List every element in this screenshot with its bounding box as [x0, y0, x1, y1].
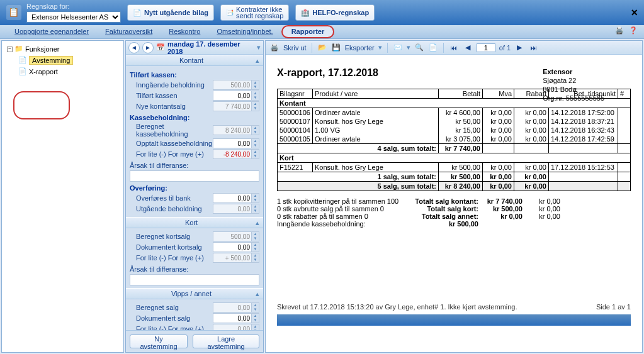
save-icon[interactable]: 💾	[331, 43, 341, 53]
new-outgoing-button[interactable]: 📄 Nytt utgående bilag	[127, 4, 214, 21]
tree-xrapport[interactable]: 📄 X-rapport	[4, 66, 121, 77]
table-row: 500001041.00 VGkr 15,00kr 0,00kr 0,0014.…	[278, 126, 631, 135]
company-select[interactable]: Extensor Helsesenter AS	[26, 11, 121, 23]
arsak-input[interactable]	[130, 170, 259, 182]
kort-ber-label: Beregnet kortsalg	[130, 233, 213, 240]
utg-label: Utgående beholdning	[130, 205, 213, 213]
page-input[interactable]	[477, 43, 495, 52]
section-vipps-header[interactable]: Vipps / annet▴	[126, 288, 263, 299]
table-row: F15221Konsult. hos Gry Legekr 500,00kr 0…	[278, 163, 631, 172]
tab-faktura[interactable]: Fakturaoversikt	[97, 25, 161, 38]
bank-label: Overføres til bank	[130, 194, 213, 202]
spinner[interactable]: ▲▼	[252, 242, 259, 252]
diff-input[interactable]	[213, 149, 252, 159]
spinner[interactable]: ▲▼	[252, 101, 259, 111]
sidebar: − 📁 Funksjoner 📄 Avstemming 📄 X-rapport	[1, 40, 124, 353]
spinner[interactable]: ▲▼	[252, 313, 259, 323]
spinner[interactable]: ▲▼	[252, 204, 259, 214]
mail-icon[interactable]: ✉️	[393, 43, 403, 53]
close-icon[interactable]: ×	[631, 6, 638, 19]
kort-arsak-input[interactable]	[130, 274, 259, 285]
utg-input[interactable]	[213, 204, 252, 214]
report-toolbar: 🖨️Skriv ut 📂 💾Eksporter▾ ✉️▾ 🔍 📄 ⏮ ◀ of …	[266, 41, 642, 55]
app-logo-icon	[6, 5, 21, 20]
tilf-input[interactable]	[213, 91, 252, 101]
totals-row: 0 stk avbrutte salg på til sammen 0Total…	[277, 205, 631, 213]
spinner[interactable]: ▲▼	[252, 125, 259, 135]
totals-row: Inngående kassebeholdning:kr 500,00	[277, 220, 631, 228]
first-page-icon[interactable]: ⏮	[449, 43, 459, 53]
ber-label: Beregnet kassebeholdning	[130, 123, 213, 138]
next-date-button[interactable]: ►	[142, 42, 154, 53]
print-icon[interactable]: 🖨️	[615, 26, 625, 36]
settlement-panel: ◄ ► 📅 mandag 17. desember 2018 ▾ Kontant…	[125, 40, 264, 353]
overf-label: Overføring:	[130, 184, 259, 192]
kasse-label: Kassebeholdning:	[130, 114, 259, 121]
report-table: Bilagsnr Produkt / vare Betalt Mva Rabat…	[277, 89, 631, 191]
spinner[interactable]: ▲▼	[252, 302, 259, 313]
spinner[interactable]: ▲▼	[252, 80, 259, 90]
opp-input[interactable]	[213, 138, 252, 148]
section-kort-header[interactable]: Kort▴	[126, 217, 263, 228]
spinner[interactable]: ▲▼	[252, 138, 259, 148]
prev-date-button[interactable]: ◄	[128, 42, 140, 53]
spinner[interactable]: ▲▼	[252, 231, 259, 241]
spinner[interactable]: ▲▼	[252, 193, 259, 203]
last-page-icon[interactable]: ⏭	[528, 43, 538, 53]
vipps-diff-input[interactable]	[213, 324, 252, 330]
tree-avstemming[interactable]: 📄 Avstemming	[4, 55, 121, 66]
inng-input[interactable]	[213, 80, 252, 90]
tab-omsetning[interactable]: Omsetning/innbet.	[208, 25, 281, 38]
next-page-icon[interactable]: ▶	[514, 43, 524, 53]
tab-uoppgjorte[interactable]: Uoppgjorte egenandeler	[6, 25, 97, 38]
spinner[interactable]: ▲▼	[252, 253, 259, 263]
kort-diff-input[interactable]	[213, 253, 252, 263]
nye-input[interactable]	[213, 101, 252, 111]
contracts-button[interactable]: 📑 Kontrakter ikke sendt regnskap	[220, 4, 289, 21]
print-icon[interactable]: 🖨️	[269, 43, 280, 53]
arsak-label: Årsak til differanse:	[130, 162, 259, 169]
date-text: mandag 17. desember 2018	[167, 40, 254, 55]
company-block: Extensor Sjøgata 22 8001 Bodø Org.nr. 55…	[543, 67, 604, 102]
nye-label: Nye kontantsalg	[130, 102, 213, 110]
helfo-button[interactable]: 🏥 HELFO-regnskap	[295, 4, 375, 21]
kort-dok-input[interactable]	[213, 242, 252, 252]
page-icon[interactable]: 📄	[428, 43, 438, 53]
kort-dok-label: Dokumentert kortsalg	[130, 243, 213, 251]
dropdown-icon[interactable]: ▾	[257, 43, 261, 52]
vipps-ber-input[interactable]	[213, 302, 252, 313]
expand-icon[interactable]: −	[7, 47, 13, 52]
titlebar: Regnskap for: Extensor Helsesenter AS 📄 …	[0, 0, 644, 25]
tab-rapporter[interactable]: Rapporter	[281, 25, 335, 38]
title-label: Regnskap for:	[26, 3, 121, 10]
section-kontant-header[interactable]: Kontant▴	[126, 55, 263, 66]
chevron-up-icon: ▴	[256, 290, 259, 298]
calendar-icon[interactable]: 📅	[156, 43, 165, 52]
folder-icon: 📁	[14, 45, 23, 53]
vipps-diff-label: For lite (-) For mye (+)	[130, 325, 213, 330]
tree-root[interactable]: − 📁 Funksjoner	[4, 43, 121, 55]
kort-ber-input[interactable]	[213, 231, 252, 241]
open-icon[interactable]: 📂	[317, 43, 327, 53]
tab-reskontro[interactable]: Reskontro	[161, 25, 208, 38]
vipps-ber-label: Beregnet salg	[130, 304, 213, 311]
totals-row: 1 stk kopikvitteringer på til sammen 100…	[277, 197, 631, 205]
spinner[interactable]: ▲▼	[252, 324, 259, 330]
totals-block: 1 stk kopikvitteringer på til sammen 100…	[277, 197, 631, 228]
bank-input[interactable]	[213, 193, 252, 203]
lagre-avstemming-button[interactable]: Lagre avstemming	[193, 335, 259, 348]
ber-input[interactable]	[213, 125, 252, 135]
diff-label: For lite (-) For mye (+)	[130, 150, 213, 158]
table-row: 50000106Ordinær avtalekr 4 600,00kr 0,00…	[278, 108, 631, 118]
date-bar: ◄ ► 📅 mandag 17. desember 2018 ▾	[126, 41, 263, 55]
spinner[interactable]: ▲▼	[252, 149, 259, 159]
help-icon[interactable]: ❓	[629, 26, 639, 36]
opp-label: Opptalt kassebeholdning	[130, 140, 213, 147]
zoom-icon[interactable]: 🔍	[414, 43, 424, 53]
table-row: 50000107Konsult. hos Gry Legekr 50,00kr …	[278, 117, 631, 126]
ny-avstemming-button[interactable]: Ny avstemming	[130, 335, 188, 348]
prev-page-icon[interactable]: ◀	[463, 43, 473, 53]
tilfort-label: Tilført kassen:	[130, 71, 259, 79]
spinner[interactable]: ▲▼	[252, 91, 259, 101]
vipps-dok-input[interactable]	[213, 313, 252, 323]
